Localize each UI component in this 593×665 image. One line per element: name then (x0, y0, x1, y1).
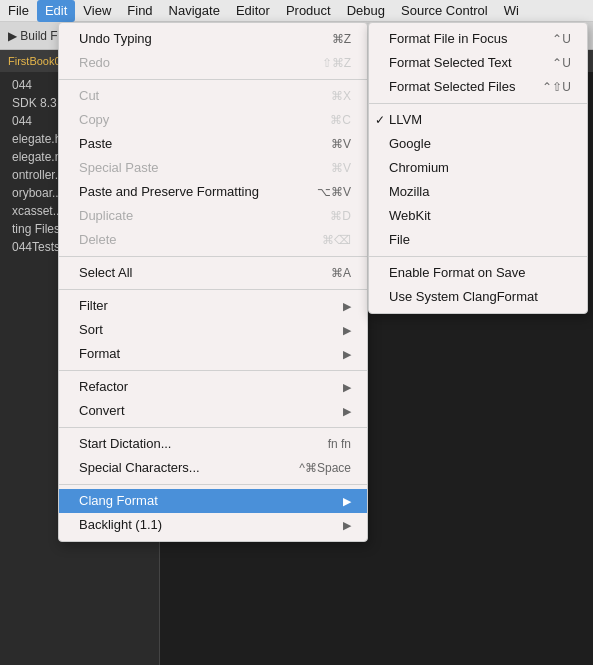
menu-item-refactor[interactable]: Refactor ▶ (59, 375, 367, 399)
menu-item-shortcut: ⇧⌘Z (322, 53, 351, 73)
menu-item-special-chars[interactable]: Special Characters... ^⌘Space (59, 456, 367, 480)
menu-item-label: Convert (79, 401, 125, 421)
clang-menu-webkit[interactable]: WebKit (369, 204, 587, 228)
menu-item-label: Select All (79, 263, 132, 283)
menu-item-shortcut: ⌘V (331, 134, 351, 154)
clang-menu-chromium[interactable]: Chromium (369, 156, 587, 180)
menu-item-shortcut: ⌘D (330, 206, 351, 226)
clang-menu-llvm[interactable]: ✓ LLVM (369, 108, 587, 132)
menu-item-label: Format File in Focus (389, 29, 507, 49)
menu-item-label: Refactor (79, 377, 128, 397)
menu-item-label: Special Characters... (79, 458, 200, 478)
menu-item-delete[interactable]: Delete ⌘⌫ (59, 228, 367, 252)
menu-item-shortcut: ⌃U (552, 29, 571, 49)
clang-menu-format-files[interactable]: Format Selected Files ⌃⇧U (369, 75, 587, 99)
menu-item-label: Delete (79, 230, 117, 250)
menu-item-shortcut: ⌥⌘V (317, 182, 351, 202)
edit-menu: Undo Typing ⌘Z Redo ⇧⌘Z Cut ⌘X Copy ⌘C P… (58, 22, 368, 542)
menu-item-duplicate[interactable]: Duplicate ⌘D (59, 204, 367, 228)
menu-view[interactable]: View (75, 0, 119, 22)
menu-item-label: Clang Format (79, 491, 158, 511)
menu-item-paste-preserve[interactable]: Paste and Preserve Formatting ⌥⌘V (59, 180, 367, 204)
clang-menu-mozilla[interactable]: Mozilla (369, 180, 587, 204)
menu-item-label: Sort (79, 320, 103, 340)
menu-item-label: Paste and Preserve Formatting (79, 182, 259, 202)
menu-item-label: Cut (79, 86, 99, 106)
menu-item-shortcut: ⌘V (331, 158, 351, 178)
menu-separator (369, 103, 587, 104)
menu-debug[interactable]: Debug (339, 0, 393, 22)
submenu-arrow-icon: ▶ (343, 377, 351, 397)
clang-menu-format-text[interactable]: Format Selected Text ⌃U (369, 51, 587, 75)
menu-item-redo[interactable]: Redo ⇧⌘Z (59, 51, 367, 75)
menu-item-label: Mozilla (389, 182, 429, 202)
menu-item-clang-format[interactable]: Clang Format ▶ (59, 489, 367, 513)
menu-item-cut[interactable]: Cut ⌘X (59, 84, 367, 108)
submenu-arrow-icon: ▶ (343, 401, 351, 421)
menu-file[interactable]: File (0, 0, 37, 22)
menu-separator (59, 79, 367, 80)
menu-item-label: WebKit (389, 206, 431, 226)
menu-item-label: Format (79, 344, 120, 364)
menu-item-label: Special Paste (79, 158, 159, 178)
menu-item-undo[interactable]: Undo Typing ⌘Z (59, 27, 367, 51)
menu-separator (59, 427, 367, 428)
menu-item-select-all[interactable]: Select All ⌘A (59, 261, 367, 285)
clang-menu-use-system[interactable]: Use System ClangFormat (369, 285, 587, 309)
submenu-arrow-icon: ▶ (343, 296, 351, 316)
menu-separator (369, 256, 587, 257)
menu-item-paste[interactable]: Paste ⌘V (59, 132, 367, 156)
menu-item-shortcut: ^⌘Space (299, 458, 351, 478)
menu-wi[interactable]: Wi (496, 0, 527, 22)
menu-separator (59, 289, 367, 290)
menu-item-filter[interactable]: Filter ▶ (59, 294, 367, 318)
menu-separator (59, 370, 367, 371)
menu-item-label: Paste (79, 134, 112, 154)
menu-edit[interactable]: Edit (37, 0, 75, 22)
menu-item-sort[interactable]: Sort ▶ (59, 318, 367, 342)
menu-item-label: Format Selected Text (389, 53, 512, 73)
menu-item-special-paste[interactable]: Special Paste ⌘V (59, 156, 367, 180)
menu-item-label: Chromium (389, 158, 449, 178)
menu-navigate[interactable]: Navigate (161, 0, 228, 22)
menu-source-control[interactable]: Source Control (393, 0, 496, 22)
menu-item-label: Redo (79, 53, 110, 73)
menu-item-backlight[interactable]: Backlight (1.1) ▶ (59, 513, 367, 537)
menu-item-label: Duplicate (79, 206, 133, 226)
menu-item-label: Copy (79, 110, 109, 130)
menu-item-dictation[interactable]: Start Dictation... fn fn (59, 432, 367, 456)
submenu-arrow-icon: ▶ (343, 344, 351, 364)
menu-item-label: Undo Typing (79, 29, 152, 49)
menu-item-label: Enable Format on Save (389, 263, 526, 283)
menu-item-shortcut: ⌃U (552, 53, 571, 73)
menubar: File Edit View Find Navigate Editor Prod… (0, 0, 593, 22)
menu-editor[interactable]: Editor (228, 0, 278, 22)
menu-item-label: Start Dictation... (79, 434, 171, 454)
menu-item-label: Filter (79, 296, 108, 316)
menu-item-label: LLVM (389, 110, 422, 130)
clang-menu-file[interactable]: File (369, 228, 587, 252)
menu-item-shortcut: ⌘⌫ (322, 230, 351, 250)
menu-item-label: File (389, 230, 410, 250)
menu-item-label: Format Selected Files (389, 77, 515, 97)
menu-item-label: Backlight (1.1) (79, 515, 162, 535)
menu-item-shortcut: ⌘C (330, 110, 351, 130)
clang-menu-format-file[interactable]: Format File in Focus ⌃U (369, 27, 587, 51)
menu-item-convert[interactable]: Convert ▶ (59, 399, 367, 423)
menu-item-format[interactable]: Format ▶ (59, 342, 367, 366)
menu-separator (59, 256, 367, 257)
menu-find[interactable]: Find (119, 0, 160, 22)
clang-menu-enable-save[interactable]: Enable Format on Save (369, 261, 587, 285)
menu-item-shortcut: ⌘Z (332, 29, 351, 49)
menu-item-shortcut: ⌘A (331, 263, 351, 283)
menu-product[interactable]: Product (278, 0, 339, 22)
checkmark-icon: ✓ (375, 110, 385, 130)
menu-item-label: Google (389, 134, 431, 154)
menu-separator (59, 484, 367, 485)
menu-item-shortcut: ⌃⇧U (542, 77, 571, 97)
clang-menu-google[interactable]: Google (369, 132, 587, 156)
submenu-arrow-icon: ▶ (343, 320, 351, 340)
menu-item-copy[interactable]: Copy ⌘C (59, 108, 367, 132)
menu-item-shortcut: fn fn (328, 434, 351, 454)
clang-format-submenu: Format File in Focus ⌃U Format Selected … (368, 22, 588, 314)
